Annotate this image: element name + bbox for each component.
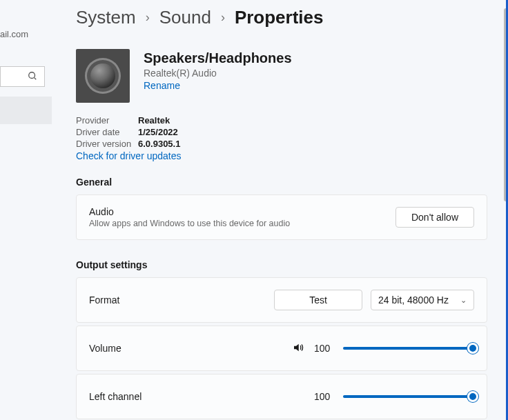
speaker-icon xyxy=(85,58,121,94)
device-image xyxy=(76,49,130,103)
chevron-down-icon: ⌄ xyxy=(460,296,467,305)
volume-icon[interactable] xyxy=(292,341,304,356)
format-label: Format xyxy=(89,294,119,306)
slider-thumb[interactable] xyxy=(467,391,478,402)
sidebar-item-system[interactable] xyxy=(0,97,52,124)
left-channel-value: 100 xyxy=(314,391,333,402)
format-select-value: 24 bit, 48000 Hz xyxy=(378,294,449,306)
provider-label: Provider xyxy=(76,115,138,126)
search-input[interactable] xyxy=(0,66,45,87)
left-channel-slider[interactable] xyxy=(343,390,474,403)
volume-label: Volume xyxy=(89,343,121,354)
chevron-right-icon: › xyxy=(221,10,225,25)
test-button[interactable]: Test xyxy=(274,290,362,310)
chevron-right-icon: › xyxy=(146,10,150,25)
device-subtitle: Realtek(R) Audio xyxy=(144,68,292,79)
search-icon xyxy=(28,71,37,83)
general-heading: General xyxy=(76,177,502,188)
breadcrumb-system[interactable]: System xyxy=(76,7,136,28)
driver-version-value: 6.0.9305.1 xyxy=(138,139,502,149)
driver-date-value: 1/25/2022 xyxy=(138,127,502,137)
breadcrumb: System › Sound › Properties xyxy=(76,0,502,32)
account-email-fragment: ail.com xyxy=(0,29,28,39)
breadcrumb-properties: Properties xyxy=(235,7,324,28)
format-select[interactable]: 24 bit, 48000 Hz ⌄ xyxy=(371,290,474,310)
audio-label: Audio xyxy=(89,206,290,217)
left-channel-label: Left channel xyxy=(89,391,141,402)
audio-description: Allow apps and Windows to use this devic… xyxy=(89,219,290,228)
dont-allow-button[interactable]: Don't allow xyxy=(395,207,474,228)
driver-date-label: Driver date xyxy=(76,127,138,137)
svg-line-1 xyxy=(35,77,37,79)
slider-thumb[interactable] xyxy=(467,343,478,354)
rename-link[interactable]: Rename xyxy=(144,80,180,91)
volume-value: 100 xyxy=(314,343,333,354)
svg-point-0 xyxy=(29,72,35,78)
output-settings-heading: Output settings xyxy=(76,259,502,270)
volume-slider[interactable] xyxy=(343,341,474,355)
breadcrumb-sound[interactable]: Sound xyxy=(159,7,211,28)
provider-value: Realtek xyxy=(138,115,502,126)
check-driver-updates-link[interactable]: Check for driver updates xyxy=(76,150,182,161)
device-title: Speakers/Headphones xyxy=(144,50,292,66)
driver-version-label: Driver version xyxy=(76,139,138,149)
